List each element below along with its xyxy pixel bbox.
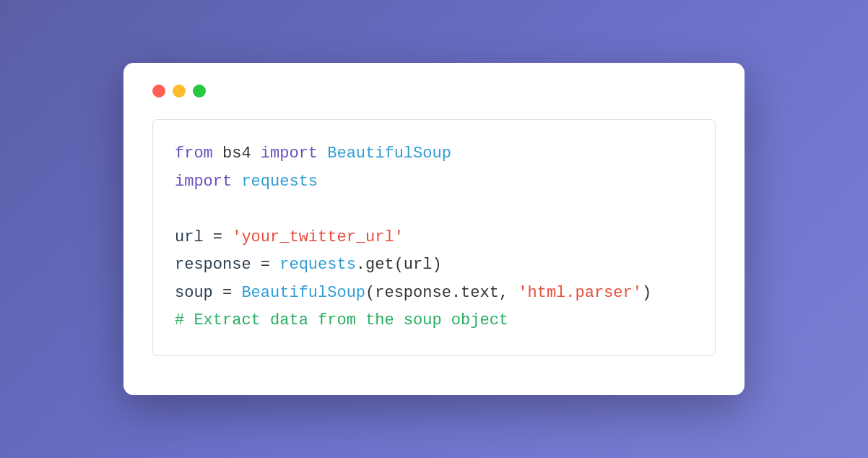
keyword-import2: import xyxy=(175,173,232,191)
var-url: url xyxy=(175,228,204,246)
identifier-requests2: requests xyxy=(279,256,356,274)
maximize-button[interactable] xyxy=(193,85,206,98)
string-url: 'your_twitter_url' xyxy=(232,228,404,246)
code-text: .get(url) xyxy=(356,256,442,274)
code-line-4: response = requests.get(url) xyxy=(175,251,693,280)
keyword-import: import xyxy=(261,144,318,163)
var-response: response xyxy=(175,256,251,274)
minimize-button[interactable] xyxy=(173,85,186,98)
code-text: = xyxy=(251,256,280,274)
identifier-beautifulsoup2: BeautifulSoup xyxy=(241,284,365,302)
var-soup: soup xyxy=(175,284,213,302)
code-text: = xyxy=(204,228,233,246)
code-text: = xyxy=(213,284,242,302)
code-block: from bs4 import BeautifulSoup import req… xyxy=(152,119,716,356)
blank-line-1 xyxy=(175,196,693,224)
code-line-1: from bs4 import BeautifulSoup xyxy=(175,140,693,168)
code-line-6: # Extract data from the soup object xyxy=(175,307,693,335)
string-parser: 'html.parser' xyxy=(518,284,642,302)
comment-extract: # Extract data from the soup object xyxy=(175,311,508,329)
code-text: bs4 xyxy=(213,144,261,163)
close-button[interactable] xyxy=(152,85,165,98)
code-text: (response.text, xyxy=(365,284,518,302)
code-text: ) xyxy=(642,284,651,302)
code-window: from bs4 import BeautifulSoup import req… xyxy=(123,63,745,395)
identifier-requests: requests xyxy=(232,173,318,191)
keyword-from: from xyxy=(175,144,213,163)
code-line-2: import requests xyxy=(175,168,693,196)
code-line-3: url = 'your_twitter_url' xyxy=(175,224,693,252)
code-line-5: soup = BeautifulSoup(response.text, 'htm… xyxy=(175,280,693,308)
title-bar xyxy=(152,85,716,98)
identifier-beautifulsoup: BeautifulSoup xyxy=(318,144,451,163)
